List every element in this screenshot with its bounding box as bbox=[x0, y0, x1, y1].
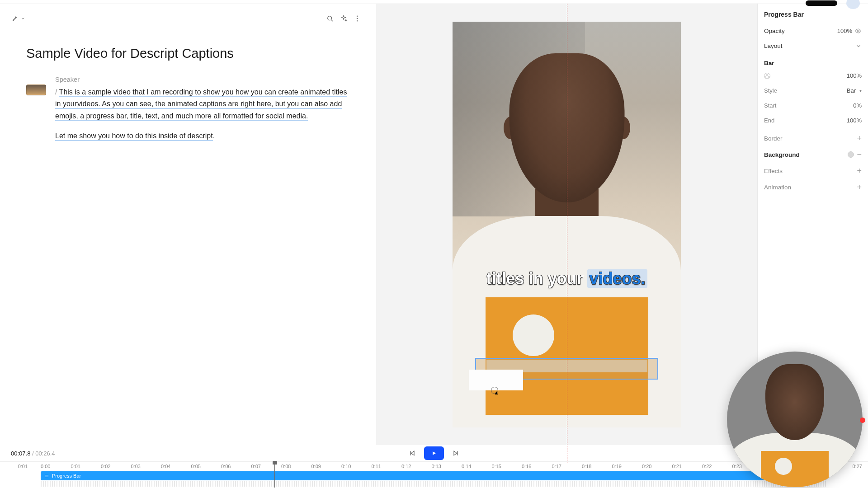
caption-highlight: videos. bbox=[587, 269, 647, 288]
caption-pre: titles in your bbox=[486, 269, 587, 288]
chevron-down-icon bbox=[855, 43, 862, 49]
background-label: Background bbox=[764, 151, 800, 158]
play-button[interactable] bbox=[424, 446, 444, 460]
layout-label: Layout bbox=[764, 42, 783, 49]
canvas-panel[interactable]: titles in your videos. ▲ bbox=[376, 4, 757, 445]
publish-button[interactable] bbox=[806, 0, 837, 6]
script-plain[interactable]: . bbox=[213, 132, 215, 140]
ruler-tick: 0:19 bbox=[612, 462, 642, 471]
panel-title: Progress Bar bbox=[764, 8, 862, 23]
ruler-tick: 0:09 bbox=[311, 462, 342, 471]
ruler-tick: 0:05 bbox=[191, 462, 222, 471]
add-animation-button[interactable]: + bbox=[857, 183, 862, 191]
playhead[interactable] bbox=[274, 461, 275, 488]
ruler-tick: 0:02 bbox=[101, 462, 131, 471]
script-text[interactable]: Speaker / This is a sample video that I … bbox=[55, 75, 349, 142]
fill-swatch[interactable] bbox=[764, 73, 770, 79]
cursor-icon: ▲ bbox=[494, 389, 499, 396]
svg-point-0 bbox=[328, 16, 332, 20]
svg-point-2 bbox=[357, 18, 358, 19]
ai-button[interactable] bbox=[337, 12, 350, 25]
style-label: Style bbox=[764, 87, 777, 94]
ruler-tick: 0:06 bbox=[221, 462, 251, 471]
timeline[interactable]: -0:01 0:000:010:020:030:040:050:060:070:… bbox=[0, 461, 868, 488]
animation-label: Animation bbox=[764, 184, 791, 191]
ruler-tick: 0:03 bbox=[131, 462, 161, 471]
webcam-pip bbox=[727, 352, 863, 487]
waveform-strip[interactable] bbox=[41, 481, 826, 487]
play-icon bbox=[431, 450, 437, 456]
script-segment[interactable]: videos. As you can see, the animated cap… bbox=[55, 100, 342, 121]
layer-icon bbox=[44, 474, 49, 479]
record-indicator-icon bbox=[860, 418, 865, 423]
ruler-tick: 0:18 bbox=[582, 462, 612, 471]
visibility-toggle[interactable] bbox=[855, 28, 862, 34]
background-swatch[interactable] bbox=[848, 151, 854, 158]
ruler-tick: 0:01 bbox=[71, 462, 101, 471]
ruler-tick: 0:08 bbox=[281, 462, 311, 471]
ruler-tick: 0:15 bbox=[492, 462, 522, 471]
more-button[interactable] bbox=[350, 12, 364, 25]
ruler-tick: 0:27 bbox=[853, 462, 868, 471]
next-button[interactable] bbox=[452, 450, 459, 457]
avatar[interactable] bbox=[846, 0, 860, 9]
bar-fill-row[interactable]: 100% bbox=[764, 68, 862, 83]
opacity-value[interactable]: 100% bbox=[837, 28, 852, 34]
ruler-tick: 0:11 bbox=[372, 462, 402, 471]
ruler-tick: 0:21 bbox=[672, 462, 703, 471]
chevron-down-icon: ▾ bbox=[859, 88, 862, 93]
skip-forward-icon bbox=[452, 450, 459, 457]
speaker-label: Speaker bbox=[55, 75, 349, 85]
end-value[interactable]: 100% bbox=[847, 117, 862, 124]
bar-fill-value[interactable]: 100% bbox=[847, 72, 862, 79]
svg-point-1 bbox=[357, 16, 358, 17]
timeline-clip[interactable]: Progress Bar bbox=[41, 471, 826, 480]
ruler-tick: 0:04 bbox=[161, 462, 191, 471]
center-guide-line bbox=[567, 4, 567, 463]
opacity-label: Opacity bbox=[764, 28, 785, 34]
ruler-tick: 0:20 bbox=[642, 462, 672, 471]
eye-icon bbox=[855, 28, 862, 34]
time-sep: / bbox=[30, 450, 35, 457]
style-value[interactable]: Bar bbox=[847, 87, 856, 94]
ruler-tick: 0:00 bbox=[41, 462, 71, 471]
add-effects-button[interactable]: + bbox=[857, 167, 862, 175]
ruler-tick: 0:12 bbox=[401, 462, 432, 471]
remove-background-button[interactable]: − bbox=[857, 150, 862, 159]
ruler-tick: 0:22 bbox=[702, 462, 732, 471]
search-icon bbox=[326, 14, 334, 23]
border-label: Border bbox=[764, 135, 783, 142]
start-value[interactable]: 0% bbox=[853, 102, 862, 109]
sparkle-icon bbox=[340, 14, 348, 23]
clip-label: Progress Bar bbox=[52, 473, 81, 479]
slash-marker: / bbox=[55, 88, 57, 96]
ruler-tick: 0:10 bbox=[341, 462, 372, 471]
opacity-row[interactable]: Opacity 100% bbox=[764, 23, 862, 38]
layout-row[interactable]: Layout bbox=[764, 38, 862, 53]
chevron-down-icon bbox=[21, 16, 25, 21]
total-time: 00:26.4 bbox=[35, 450, 55, 457]
timeline-ruler[interactable]: -0:01 0:000:010:020:030:040:050:060:070:… bbox=[0, 461, 868, 471]
end-row[interactable]: End 100% bbox=[764, 113, 862, 128]
search-button[interactable] bbox=[323, 12, 337, 25]
bar-section-label: Bar bbox=[764, 53, 862, 68]
start-row[interactable]: Start 0% bbox=[764, 98, 862, 113]
style-row[interactable]: Style Bar▾ bbox=[764, 83, 862, 98]
project-title[interactable]: Sample Video for Descript Captions bbox=[0, 25, 376, 72]
ruler-tick: -0:01 bbox=[16, 464, 28, 469]
pencil-icon bbox=[12, 14, 18, 23]
script-segment[interactable]: Let me show you how to do this inside of… bbox=[55, 132, 213, 141]
ruler-tick: 0:14 bbox=[462, 462, 492, 471]
end-label: End bbox=[764, 117, 774, 124]
time-display: 00:07.8 / 00:26.4 bbox=[11, 450, 55, 457]
ruler-tick: 0:16 bbox=[522, 462, 552, 471]
effects-label: Effects bbox=[764, 168, 783, 174]
more-vertical-icon bbox=[353, 14, 361, 23]
add-border-button[interactable]: + bbox=[857, 134, 862, 142]
script-thumbnail[interactable] bbox=[26, 84, 46, 95]
write-mode-button[interactable] bbox=[12, 12, 25, 25]
prev-button[interactable] bbox=[409, 450, 416, 457]
top-bar bbox=[0, 0, 868, 4]
skip-back-icon bbox=[409, 450, 416, 457]
current-time: 00:07.8 bbox=[11, 450, 30, 457]
